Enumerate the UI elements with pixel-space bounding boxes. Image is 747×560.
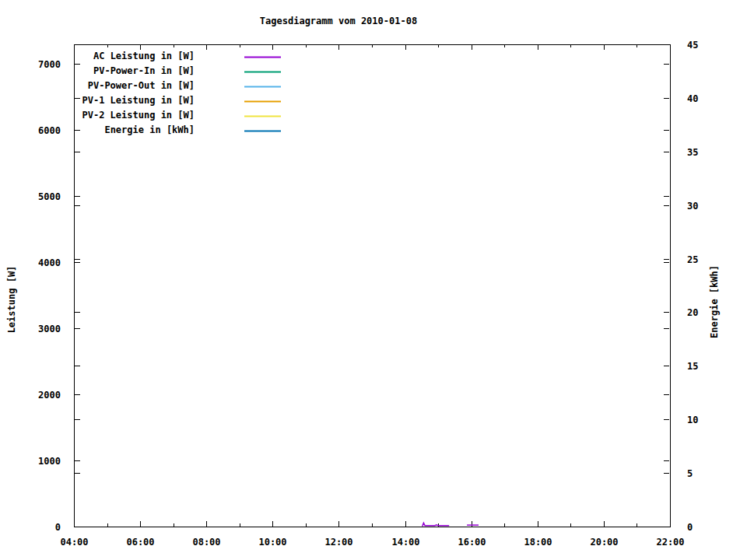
y2-tick-label: 10 [687,415,698,425]
chart-canvas: Tagesdiagramm vom 2010-01-08 Leistung [W… [0,0,747,560]
y-tick-label: 2000 [38,390,61,401]
x-tick-label: 04:00 [60,537,88,548]
x-tick-label: 18:00 [524,537,552,548]
y-tick-label: 3000 [38,324,61,334]
x-tick-label: 22:00 [656,537,684,548]
legend-label: AC Leistung in [W] [93,51,195,61]
y2-tick-label: 0 [687,522,693,533]
y2-tick-label: 15 [687,361,698,372]
y2-tick-label: 35 [687,147,698,158]
y2-tick-label: 5 [687,468,693,479]
plot-area: 04:0006:0008:0010:0012:0014:0016:0018:00… [0,0,747,560]
legend-label: PV-Power-In in [W] [93,65,195,76]
legend-label: PV-Power-Out in [W] [88,80,195,91]
y2-tick-label: 45 [687,40,698,51]
x-tick-label: 10:00 [258,537,286,548]
y2-tick-label: 40 [687,93,698,104]
x-tick-label: 08:00 [192,537,220,548]
legend-label: Energie in [kWh] [104,124,195,135]
y-tick-label: 5000 [38,191,61,202]
x-tick-label: 06:00 [126,537,154,548]
x-tick-label: 12:00 [324,537,352,548]
x-tick-label: 16:00 [458,537,486,548]
legend-label: PV-1 Leistung in [W] [82,95,195,106]
y-tick-label: 1000 [38,456,61,467]
series-line [423,523,450,526]
y2-tick-label: 20 [687,307,698,318]
y-tick-label: 0 [55,522,61,533]
y-tick-label: 6000 [38,125,61,136]
x-tick-label: 20:00 [590,537,618,548]
y-tick-label: 7000 [38,59,61,70]
x-tick-label: 14:00 [391,537,419,548]
y-tick-label: 4000 [38,257,61,268]
y2-tick-label: 30 [687,201,698,212]
legend-label: PV-2 Leistung in [W] [82,110,195,121]
y2-tick-label: 25 [687,254,698,265]
